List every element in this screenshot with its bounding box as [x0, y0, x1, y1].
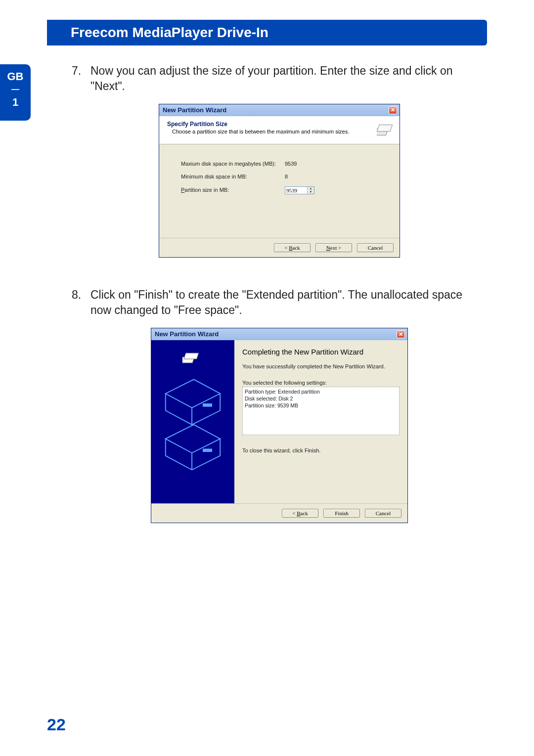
region-code: GB	[0, 70, 31, 83]
page-number: 22	[47, 715, 66, 734]
settings-summary-box: Partition type: Extended partition Disk …	[242, 387, 400, 435]
partition-size-spinner[interactable]: ▲ ▼	[285, 186, 314, 194]
close-icon[interactable]: ✕	[389, 106, 397, 114]
dialog1-button-row: < Back Next > Cancel	[159, 238, 400, 257]
min-size-label: Minimum disk space in MB:	[181, 173, 285, 180]
next-button[interactable]: Next >	[315, 243, 352, 252]
wizard-sidebar	[151, 340, 234, 503]
step-8-text: Click on "Finish" to create the "Extende…	[90, 287, 482, 318]
step-8: 8. Click on "Finish" to create the "Exte…	[72, 287, 487, 318]
svg-rect-5	[203, 404, 212, 406]
settings-line-2: Disk selected: Disk 2	[245, 395, 397, 402]
close-icon[interactable]: ✕	[397, 330, 405, 338]
dialog1-header-subtitle: Choose a partition size that is between …	[167, 128, 349, 135]
settings-line-1: Partition type: Extended partition	[245, 388, 397, 395]
finish-button[interactable]: Finish	[323, 509, 360, 518]
cancel-button[interactable]: Cancel	[357, 243, 394, 252]
dialog1-titlebar: New Partition Wizard ✕	[159, 104, 400, 116]
svg-rect-3	[184, 353, 199, 359]
dialog1-title: New Partition Wizard	[163, 106, 226, 115]
closing-instruction: To close this wizard, click Finish.	[242, 447, 400, 454]
dialog1-header: Specify Partition Size Choose a partitio…	[159, 116, 400, 144]
side-separator: —	[0, 85, 31, 94]
dialog2-main: Completing the New Partition Wizard You …	[234, 340, 407, 503]
svg-rect-1	[377, 125, 392, 131]
step-7: 7. Now you can adjust the size of your p…	[72, 63, 487, 94]
dialog1-body: Maxium disk space in megabytes (MB): 953…	[159, 144, 400, 238]
disk-icon	[377, 120, 396, 139]
completion-message: You have successfully completed the New …	[242, 363, 400, 370]
chapter-number: 1	[0, 96, 31, 109]
drive-illustration-icon	[159, 374, 226, 419]
settings-intro: You selected the following settings:	[242, 379, 400, 387]
max-size-label: Maxium disk space in megabytes (MB):	[181, 160, 285, 168]
dialog1-header-title: Specify Partition Size	[167, 120, 349, 128]
chevron-down-icon[interactable]: ▼	[308, 190, 314, 194]
side-region-tab: GB — 1	[0, 64, 31, 121]
min-size-value: 8	[285, 173, 288, 180]
completion-dialog: New Partition Wizard ✕	[151, 328, 408, 523]
document-header: Freecom MediaPlayer Drive-In	[47, 20, 487, 45]
disk-icon	[182, 348, 203, 369]
dialog2-title: New Partition Wizard	[155, 330, 219, 339]
max-size-value: 9539	[285, 160, 297, 168]
settings-line-3: Partition size: 9539 MB	[245, 402, 397, 409]
dialog2-titlebar: New Partition Wizard ✕	[151, 328, 407, 340]
content-area: 7. Now you can adjust the size of your p…	[47, 45, 487, 523]
step-7-number: 7.	[72, 63, 90, 94]
partition-size-input[interactable]	[285, 187, 307, 194]
partition-size-label: PPartition size in MB:artition size in M…	[181, 186, 285, 194]
dialog2-button-row: < Back Finish Cancel	[151, 503, 407, 523]
cancel-button[interactable]: Cancel	[365, 509, 401, 518]
chevron-up-icon[interactable]: ▲	[308, 187, 314, 190]
step-8-number: 8.	[72, 287, 90, 318]
spinner-arrows[interactable]: ▲ ▼	[307, 187, 314, 194]
back-button[interactable]: < Back	[274, 243, 311, 252]
back-button[interactable]: < Back	[282, 509, 318, 518]
header-title: Freecom MediaPlayer Drive-In	[71, 25, 268, 40]
completion-heading: Completing the New Partition Wizard	[242, 347, 400, 357]
partition-size-dialog: New Partition Wizard ✕ Specify Partition…	[159, 104, 400, 258]
step-7-text: Now you can adjust the size of your part…	[90, 63, 482, 94]
svg-rect-7	[203, 449, 212, 451]
